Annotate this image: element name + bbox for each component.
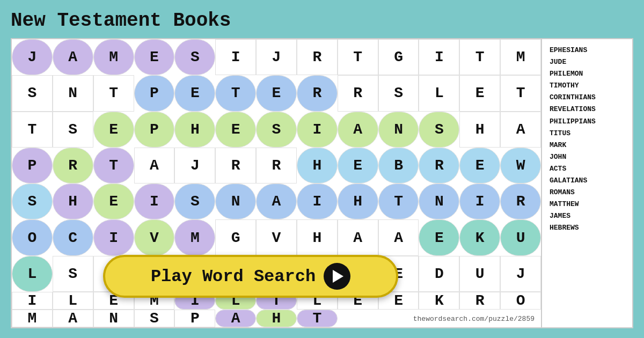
cell-0-8: T (338, 39, 378, 75)
puzzle-area: J A M E S I J R T G I T M S N T P E T (11, 38, 542, 328)
cell-2-1: P (134, 112, 175, 148)
cell-4-6: N (419, 183, 459, 219)
cell-2-10: A (500, 112, 541, 148)
cell-1-6: R (297, 75, 338, 111)
cell-4-9: O (12, 219, 53, 255)
cell-4-12: V (134, 219, 175, 255)
cell-0-0: J (12, 39, 53, 75)
cell-5-4: A (378, 219, 419, 255)
play-button[interactable]: Play Word Search (103, 255, 398, 298)
page-title: New Testament Books (11, 10, 633, 32)
cell-3-3: R (256, 148, 297, 183)
cell-3-13: I (134, 183, 175, 219)
cell-3-5: E (338, 148, 378, 183)
cell-2-9: H (459, 112, 500, 148)
cell-7-12: H (256, 310, 297, 327)
word-list-item-15: HEBREWS (550, 222, 625, 234)
cell-4-4: H (338, 183, 378, 219)
cell-7-11: A (215, 310, 256, 327)
word-list-item-12: ROMANS (550, 187, 625, 199)
play-triangle-icon (333, 270, 343, 283)
cell-3-2: R (215, 148, 256, 183)
cell-5-7: U (500, 219, 541, 255)
word-list-item-13: MATTHEW (550, 199, 625, 210)
cell-0-5: I (215, 39, 256, 75)
cell-0-1: A (53, 39, 93, 75)
word-list-item-11: GALATIANS (550, 175, 625, 187)
cell-0-2: M (93, 39, 134, 75)
cell-2-3: E (215, 112, 256, 148)
cell-4-11: I (93, 219, 134, 255)
cell-6-6: J (500, 256, 541, 292)
cell-0-6: J (256, 39, 297, 75)
cell-2-5: I (297, 112, 338, 148)
cell-0-7: R (297, 39, 338, 75)
cell-3-9: W (500, 148, 541, 183)
cell-7-3: K (419, 292, 459, 310)
cell-3-11: H (53, 183, 93, 219)
cell-3-10: S (12, 183, 53, 219)
main-container: New Testament Books J A M E S I J R T G … (0, 0, 644, 338)
play-button-label: Play Word Search (151, 267, 316, 286)
cell-0-3: E (134, 39, 175, 75)
cell-2-6: A (338, 112, 378, 148)
cell-2-4: S (256, 112, 297, 148)
cell-6-8: L (53, 292, 93, 310)
cell-6-4: D (419, 256, 459, 292)
cell-5-3: A (338, 219, 378, 255)
cell-5-9: S (53, 256, 93, 292)
word-list-item-7: TITUS (550, 128, 625, 139)
cell-4-5: T (378, 183, 419, 219)
cell-4-0: S (174, 183, 215, 219)
cell-7-9: S (134, 310, 175, 327)
word-list-item-1: JUDE (550, 56, 625, 68)
word-list-item-14: JAMES (550, 210, 625, 222)
cell-1-10: E (459, 75, 500, 111)
cell-1-0: N (53, 75, 93, 111)
cell-7-4: R (459, 292, 500, 310)
cell-5-8: L (12, 256, 53, 292)
cell-5-0: G (215, 219, 256, 255)
cell-4-13: M (174, 219, 215, 255)
cell-2-2: H (174, 112, 215, 148)
word-list-item-0: EPHESIANS (550, 45, 625, 56)
cell-5-2: H (297, 219, 338, 255)
cell-0-13: S (12, 75, 53, 111)
content-area: J A M E S I J R T G I T M S N T P E T (11, 38, 633, 328)
cell-0-9: G (378, 39, 419, 75)
word-list-item-10: ACTS (550, 163, 625, 175)
word-list-item-6: PHILIPPIANS (550, 116, 625, 128)
cell-2-11: P (12, 148, 53, 183)
cell-3-12: E (93, 183, 134, 219)
cell-0-12: M (500, 39, 541, 75)
cell-1-7: R (338, 75, 378, 111)
cell-2-13: T (93, 148, 134, 183)
cell-3-1: J (174, 148, 215, 183)
word-list-item-5: REVELATIONS (550, 104, 625, 115)
cell-1-11: T (500, 75, 541, 111)
word-list-item-4: CORINTHIANS (550, 92, 625, 104)
cell-6-7: I (12, 292, 53, 310)
cell-7-13: T (297, 310, 338, 327)
cell-1-2: P (134, 75, 175, 111)
cell-7-7: A (53, 310, 93, 327)
cell-1-9: L (419, 75, 459, 111)
cell-2-7: N (378, 112, 419, 148)
url-text: thewordsearch.com/puzzle/2859 (413, 315, 535, 323)
cell-7-5: O (500, 292, 541, 310)
cell-4-8: R (500, 183, 541, 219)
cell-6-5: U (459, 256, 500, 292)
word-list-item-3: TIMOTHY (550, 80, 625, 92)
cell-1-5: E (256, 75, 297, 111)
cell-1-12: T (12, 112, 53, 148)
cell-2-0: E (93, 112, 134, 148)
cell-5-5: E (419, 219, 459, 255)
cell-0-4: S (174, 39, 215, 75)
cell-4-3: I (297, 183, 338, 219)
word-list-item-2: PHILEMON (550, 68, 625, 80)
cell-3-0: A (134, 148, 175, 183)
cell-3-8: E (459, 148, 500, 183)
cell-5-6: K (459, 219, 500, 255)
cell-5-1: V (256, 219, 297, 255)
cell-7-10: P (174, 310, 215, 327)
